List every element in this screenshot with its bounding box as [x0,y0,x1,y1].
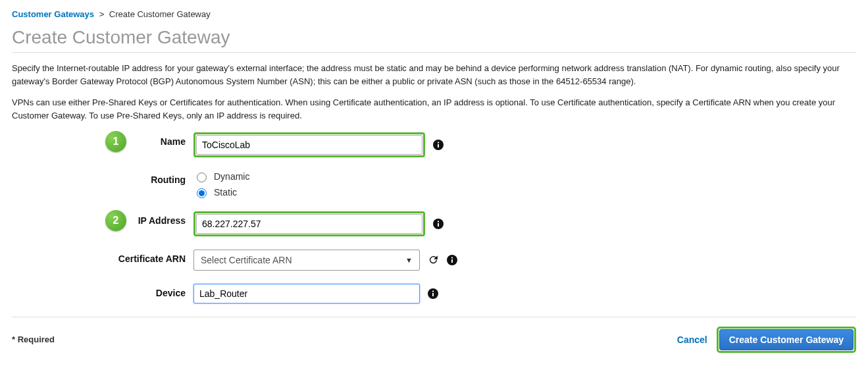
highlight-submit: Create Customer Gateway [717,327,856,353]
row-cert: Certificate ARN Select Certificate ARN ▼ [12,250,856,271]
radio-dynamic-input[interactable] [197,173,207,182]
label-device: Device [12,284,193,298]
breadcrumb: Customer Gateways > Create Customer Gate… [12,9,856,19]
info-icon[interactable] [428,288,438,299]
breadcrumb-parent-link[interactable]: Customer Gateways [12,9,94,19]
callout-2: 2 [105,210,126,231]
cancel-button[interactable]: Cancel [677,334,707,345]
intro-paragraph-1: Specify the Internet-routable IP address… [12,62,856,88]
footer-actions: Cancel Create Customer Gateway [677,327,856,353]
svg-rect-5 [438,221,439,222]
radio-static-input[interactable] [197,188,207,198]
svg-rect-1 [438,144,439,147]
routing-radio-group: Dynamic Static [193,171,249,198]
label-cert: Certificate ARN [12,250,193,264]
callout-1: 1 [105,131,126,152]
svg-rect-4 [438,223,439,226]
label-name: Name [12,132,193,147]
create-customer-gateway-button[interactable]: Create Customer Gateway [719,329,854,350]
form-area: 1 Name Routing Dynamic Static [12,132,856,304]
refresh-icon[interactable] [428,254,439,265]
ip-input[interactable] [196,214,422,234]
intro-paragraph-2: VPNs can use either Pre-Shared Keys or C… [12,96,856,122]
info-icon[interactable] [433,219,444,229]
radio-dynamic[interactable]: Dynamic [193,171,249,182]
info-icon[interactable] [447,255,457,265]
breadcrumb-current: Create Customer Gateway [109,9,211,19]
svg-rect-7 [451,259,453,263]
device-input[interactable] [193,284,420,304]
required-note: * Required [12,334,55,344]
row-routing: Routing Dynamic Static [12,171,856,198]
breadcrumb-separator: > [99,9,105,19]
label-routing: Routing [12,171,193,185]
svg-rect-2 [438,142,439,143]
radio-dynamic-label: Dynamic [214,171,249,182]
radio-static[interactable]: Static [193,186,249,198]
svg-rect-8 [451,257,453,258]
info-icon[interactable] [433,140,444,150]
cert-select-placeholder: Select Certificate ARN [201,255,292,265]
footer-bar: * Required Cancel Create Customer Gatewa… [12,317,856,353]
chevron-down-icon: ▼ [405,256,413,264]
intro-text: Specify the Internet-routable IP address… [12,62,856,123]
row-ip: 2 IP Address [12,211,856,236]
svg-rect-10 [432,293,434,296]
label-ip: IP Address [12,211,193,226]
highlight-ip [193,211,425,236]
svg-rect-11 [432,290,434,292]
radio-static-label: Static [214,187,237,198]
cert-select[interactable]: Select Certificate ARN ▼ [193,250,420,271]
row-name: 1 Name [12,132,856,157]
page-title: Create Customer Gateway [12,27,856,53]
highlight-name [193,132,425,157]
row-device: Device [12,284,856,304]
name-input[interactable] [196,135,422,155]
